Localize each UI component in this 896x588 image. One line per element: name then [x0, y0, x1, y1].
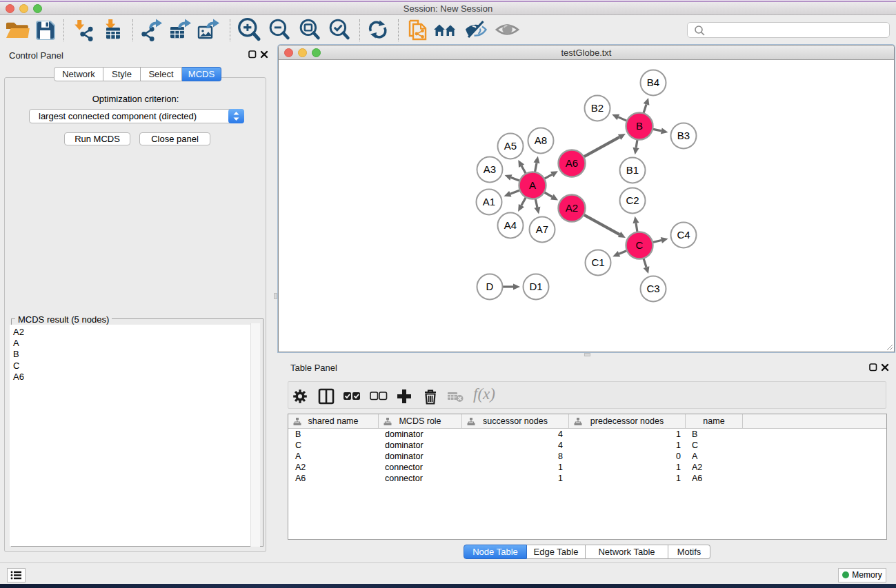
svg-text:B1: B1 [626, 164, 639, 176]
svg-text:B3: B3 [677, 130, 690, 141]
svg-text:D: D [486, 281, 494, 292]
svg-text:A6: A6 [566, 157, 578, 169]
svg-text:A8: A8 [535, 134, 547, 146]
svg-text:B2: B2 [591, 102, 604, 114]
svg-text:C4: C4 [677, 229, 690, 241]
svg-text:A: A [529, 179, 536, 191]
svg-text:A1: A1 [483, 196, 495, 207]
svg-text:B4: B4 [647, 77, 659, 88]
svg-text:C1: C1 [591, 256, 604, 268]
svg-text:C3: C3 [646, 283, 659, 294]
svg-text:A2: A2 [566, 202, 578, 214]
svg-text:A5: A5 [504, 140, 517, 152]
svg-text:A7: A7 [536, 223, 548, 235]
svg-text:C2: C2 [626, 194, 639, 206]
svg-text:D1: D1 [529, 281, 542, 292]
svg-text:B: B [636, 120, 643, 132]
svg-text:A3: A3 [484, 163, 496, 175]
svg-text:A4: A4 [504, 219, 517, 231]
svg-text:C: C [636, 239, 644, 251]
